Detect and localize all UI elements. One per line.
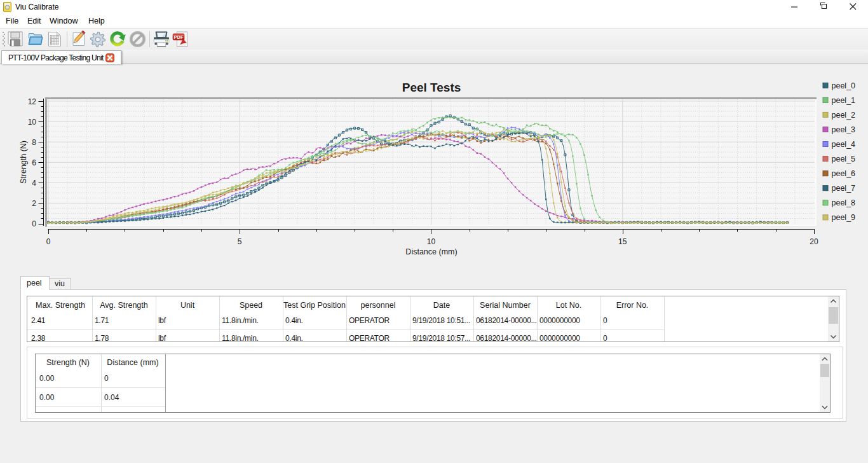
svg-text:8: 8 — [32, 138, 36, 147]
svg-text:peel_7: peel_7 — [832, 184, 856, 193]
svg-text:Strength (N): Strength (N) — [19, 141, 28, 184]
svg-text:20: 20 — [810, 237, 818, 246]
svg-text:peel_2: peel_2 — [832, 111, 856, 120]
svg-text:peel_6: peel_6 — [832, 169, 856, 178]
svg-text:5: 5 — [238, 237, 242, 246]
svg-text:peel_5: peel_5 — [832, 155, 856, 163]
svg-text:Distance (mm): Distance (mm) — [405, 247, 457, 256]
svg-text:6: 6 — [32, 158, 36, 167]
svg-text:peel_3: peel_3 — [832, 125, 856, 134]
svg-text:2: 2 — [32, 199, 36, 208]
svg-text:PDF: PDF — [174, 34, 184, 39]
svg-text:0: 0 — [32, 219, 36, 228]
svg-text:peel_8: peel_8 — [832, 198, 856, 207]
svg-text:12: 12 — [28, 97, 37, 106]
svg-text:peel_9: peel_9 — [832, 213, 856, 222]
svg-text:0: 0 — [46, 237, 51, 246]
svg-text:peel_0: peel_0 — [832, 81, 856, 90]
svg-text:10: 10 — [427, 237, 436, 246]
svg-text:15: 15 — [618, 237, 627, 246]
svg-text:Peel Tests: Peel Tests — [402, 81, 461, 94]
svg-text:4: 4 — [32, 179, 36, 188]
svg-text:peel_4: peel_4 — [832, 140, 856, 149]
svg-text:10: 10 — [28, 118, 37, 127]
svg-text:peel_1: peel_1 — [832, 96, 856, 105]
